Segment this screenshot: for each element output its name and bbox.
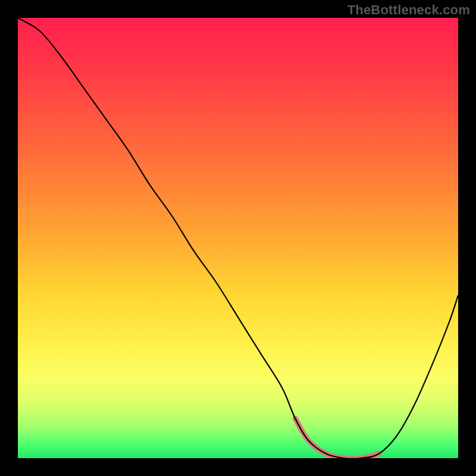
chart-frame: TheBottleneck.com <box>0 0 476 476</box>
curve-svg <box>18 18 458 458</box>
watermark-text: TheBottleneck.com <box>347 2 470 18</box>
optimal-range-marker <box>295 418 379 458</box>
bottleneck-curve-line <box>18 18 458 458</box>
plot-area <box>18 18 458 458</box>
